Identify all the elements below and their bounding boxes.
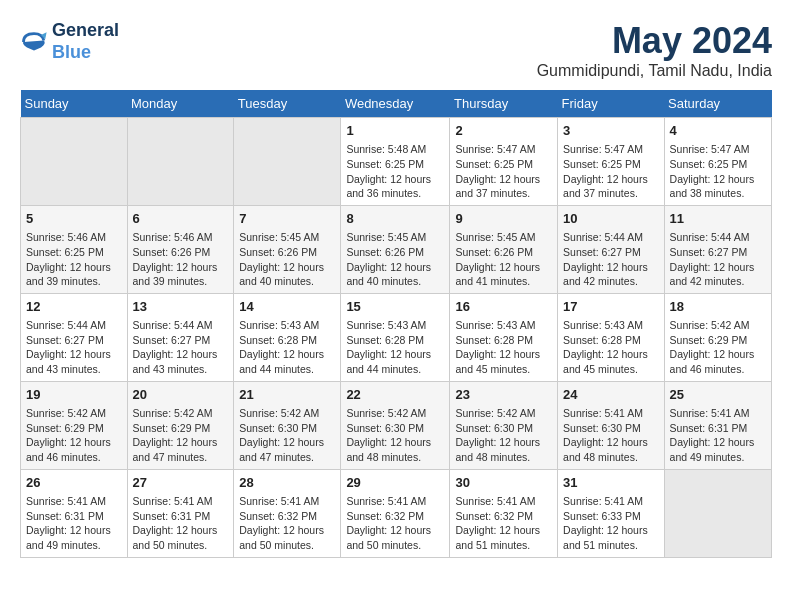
day-info: Sunrise: 5:41 AM Sunset: 6:32 PM Dayligh… [455, 494, 552, 553]
col-header-tuesday: Tuesday [234, 90, 341, 118]
day-info: Sunrise: 5:41 AM Sunset: 6:31 PM Dayligh… [26, 494, 122, 553]
day-number: 28 [239, 474, 335, 492]
calendar-cell: 28Sunrise: 5:41 AM Sunset: 6:32 PM Dayli… [234, 469, 341, 557]
calendar-cell: 23Sunrise: 5:42 AM Sunset: 6:30 PM Dayli… [450, 381, 558, 469]
day-number: 13 [133, 298, 229, 316]
day-info: Sunrise: 5:41 AM Sunset: 6:31 PM Dayligh… [670, 406, 766, 465]
calendar-cell: 16Sunrise: 5:43 AM Sunset: 6:28 PM Dayli… [450, 293, 558, 381]
col-header-wednesday: Wednesday [341, 90, 450, 118]
day-info: Sunrise: 5:42 AM Sunset: 6:29 PM Dayligh… [670, 318, 766, 377]
col-header-sunday: Sunday [21, 90, 128, 118]
day-info: Sunrise: 5:41 AM Sunset: 6:33 PM Dayligh… [563, 494, 659, 553]
day-number: 1 [346, 122, 444, 140]
logo: General Blue [20, 20, 119, 63]
day-number: 9 [455, 210, 552, 228]
col-header-friday: Friday [558, 90, 665, 118]
day-number: 5 [26, 210, 122, 228]
day-info: Sunrise: 5:47 AM Sunset: 6:25 PM Dayligh… [455, 142, 552, 201]
calendar-cell: 22Sunrise: 5:42 AM Sunset: 6:30 PM Dayli… [341, 381, 450, 469]
day-info: Sunrise: 5:45 AM Sunset: 6:26 PM Dayligh… [455, 230, 552, 289]
calendar-cell: 15Sunrise: 5:43 AM Sunset: 6:28 PM Dayli… [341, 293, 450, 381]
day-info: Sunrise: 5:44 AM Sunset: 6:27 PM Dayligh… [670, 230, 766, 289]
week-row-5: 26Sunrise: 5:41 AM Sunset: 6:31 PM Dayli… [21, 469, 772, 557]
calendar-cell [664, 469, 771, 557]
day-number: 21 [239, 386, 335, 404]
day-info: Sunrise: 5:42 AM Sunset: 6:30 PM Dayligh… [239, 406, 335, 465]
week-row-2: 5Sunrise: 5:46 AM Sunset: 6:25 PM Daylig… [21, 205, 772, 293]
day-number: 23 [455, 386, 552, 404]
logo-icon [20, 28, 48, 56]
calendar-cell: 25Sunrise: 5:41 AM Sunset: 6:31 PM Dayli… [664, 381, 771, 469]
header-row: SundayMondayTuesdayWednesdayThursdayFrid… [21, 90, 772, 118]
day-number: 15 [346, 298, 444, 316]
day-info: Sunrise: 5:41 AM Sunset: 6:32 PM Dayligh… [346, 494, 444, 553]
day-number: 30 [455, 474, 552, 492]
day-info: Sunrise: 5:45 AM Sunset: 6:26 PM Dayligh… [346, 230, 444, 289]
day-number: 18 [670, 298, 766, 316]
day-info: Sunrise: 5:47 AM Sunset: 6:25 PM Dayligh… [563, 142, 659, 201]
day-info: Sunrise: 5:43 AM Sunset: 6:28 PM Dayligh… [239, 318, 335, 377]
calendar-cell: 8Sunrise: 5:45 AM Sunset: 6:26 PM Daylig… [341, 205, 450, 293]
calendar-cell: 2Sunrise: 5:47 AM Sunset: 6:25 PM Daylig… [450, 118, 558, 206]
day-info: Sunrise: 5:41 AM Sunset: 6:31 PM Dayligh… [133, 494, 229, 553]
calendar-cell: 19Sunrise: 5:42 AM Sunset: 6:29 PM Dayli… [21, 381, 128, 469]
month-year: May 2024 [537, 20, 772, 62]
day-number: 4 [670, 122, 766, 140]
calendar-cell: 6Sunrise: 5:46 AM Sunset: 6:26 PM Daylig… [127, 205, 234, 293]
day-info: Sunrise: 5:44 AM Sunset: 6:27 PM Dayligh… [26, 318, 122, 377]
calendar-cell: 12Sunrise: 5:44 AM Sunset: 6:27 PM Dayli… [21, 293, 128, 381]
day-number: 19 [26, 386, 122, 404]
day-number: 2 [455, 122, 552, 140]
col-header-saturday: Saturday [664, 90, 771, 118]
day-number: 22 [346, 386, 444, 404]
calendar-cell [127, 118, 234, 206]
header: General Blue May 2024 Gummidipundi, Tami… [20, 20, 772, 80]
day-number: 11 [670, 210, 766, 228]
day-number: 7 [239, 210, 335, 228]
calendar-cell: 29Sunrise: 5:41 AM Sunset: 6:32 PM Dayli… [341, 469, 450, 557]
day-number: 14 [239, 298, 335, 316]
week-row-4: 19Sunrise: 5:42 AM Sunset: 6:29 PM Dayli… [21, 381, 772, 469]
day-number: 8 [346, 210, 444, 228]
day-info: Sunrise: 5:48 AM Sunset: 6:25 PM Dayligh… [346, 142, 444, 201]
calendar-cell: 3Sunrise: 5:47 AM Sunset: 6:25 PM Daylig… [558, 118, 665, 206]
day-info: Sunrise: 5:43 AM Sunset: 6:28 PM Dayligh… [346, 318, 444, 377]
day-info: Sunrise: 5:42 AM Sunset: 6:30 PM Dayligh… [455, 406, 552, 465]
day-info: Sunrise: 5:44 AM Sunset: 6:27 PM Dayligh… [563, 230, 659, 289]
day-info: Sunrise: 5:47 AM Sunset: 6:25 PM Dayligh… [670, 142, 766, 201]
day-number: 17 [563, 298, 659, 316]
day-info: Sunrise: 5:42 AM Sunset: 6:29 PM Dayligh… [26, 406, 122, 465]
calendar-cell: 24Sunrise: 5:41 AM Sunset: 6:30 PM Dayli… [558, 381, 665, 469]
day-info: Sunrise: 5:43 AM Sunset: 6:28 PM Dayligh… [455, 318, 552, 377]
day-number: 25 [670, 386, 766, 404]
calendar-cell: 11Sunrise: 5:44 AM Sunset: 6:27 PM Dayli… [664, 205, 771, 293]
calendar-cell: 14Sunrise: 5:43 AM Sunset: 6:28 PM Dayli… [234, 293, 341, 381]
day-info: Sunrise: 5:41 AM Sunset: 6:32 PM Dayligh… [239, 494, 335, 553]
calendar-cell: 1Sunrise: 5:48 AM Sunset: 6:25 PM Daylig… [341, 118, 450, 206]
logo-line2: Blue [52, 42, 119, 64]
calendar-cell: 10Sunrise: 5:44 AM Sunset: 6:27 PM Dayli… [558, 205, 665, 293]
calendar-cell: 4Sunrise: 5:47 AM Sunset: 6:25 PM Daylig… [664, 118, 771, 206]
calendar-table: SundayMondayTuesdayWednesdayThursdayFrid… [20, 90, 772, 558]
day-info: Sunrise: 5:46 AM Sunset: 6:25 PM Dayligh… [26, 230, 122, 289]
day-number: 24 [563, 386, 659, 404]
calendar-cell: 9Sunrise: 5:45 AM Sunset: 6:26 PM Daylig… [450, 205, 558, 293]
calendar-cell: 17Sunrise: 5:43 AM Sunset: 6:28 PM Dayli… [558, 293, 665, 381]
calendar-cell: 26Sunrise: 5:41 AM Sunset: 6:31 PM Dayli… [21, 469, 128, 557]
day-info: Sunrise: 5:45 AM Sunset: 6:26 PM Dayligh… [239, 230, 335, 289]
day-number: 10 [563, 210, 659, 228]
calendar-cell [21, 118, 128, 206]
day-info: Sunrise: 5:41 AM Sunset: 6:30 PM Dayligh… [563, 406, 659, 465]
calendar-cell: 27Sunrise: 5:41 AM Sunset: 6:31 PM Dayli… [127, 469, 234, 557]
day-number: 26 [26, 474, 122, 492]
calendar-cell: 30Sunrise: 5:41 AM Sunset: 6:32 PM Dayli… [450, 469, 558, 557]
col-header-monday: Monday [127, 90, 234, 118]
day-info: Sunrise: 5:43 AM Sunset: 6:28 PM Dayligh… [563, 318, 659, 377]
calendar-cell [234, 118, 341, 206]
day-number: 16 [455, 298, 552, 316]
calendar-cell: 5Sunrise: 5:46 AM Sunset: 6:25 PM Daylig… [21, 205, 128, 293]
week-row-3: 12Sunrise: 5:44 AM Sunset: 6:27 PM Dayli… [21, 293, 772, 381]
day-number: 3 [563, 122, 659, 140]
calendar-cell: 18Sunrise: 5:42 AM Sunset: 6:29 PM Dayli… [664, 293, 771, 381]
col-header-thursday: Thursday [450, 90, 558, 118]
